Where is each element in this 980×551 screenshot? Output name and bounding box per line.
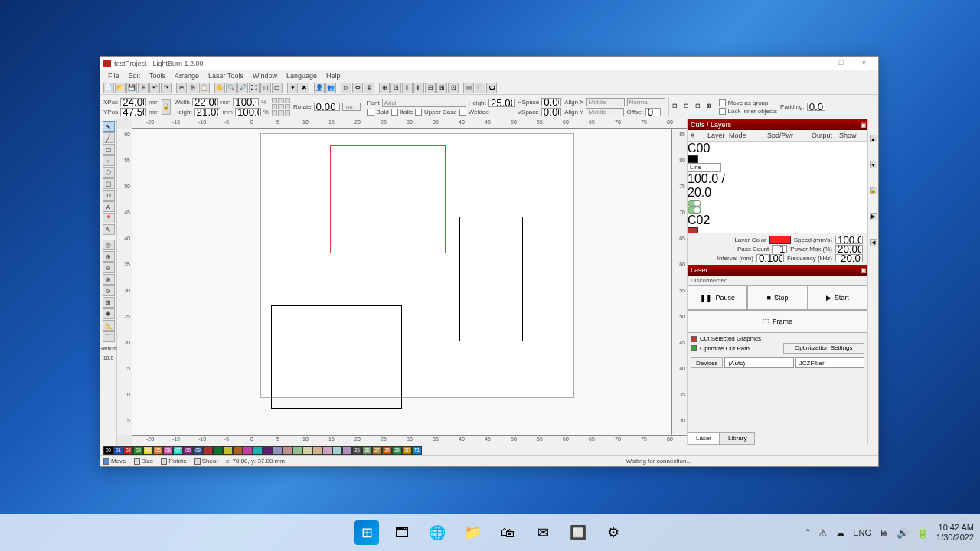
laser-min-button[interactable]: ▣ — [860, 267, 867, 274]
shear-mode-checkbox[interactable] — [194, 458, 201, 465]
tray-language[interactable]: ENG — [853, 528, 871, 537]
align-c[interactable]: ⫴ — [402, 83, 413, 93]
palette-color[interactable]: 29 — [392, 446, 402, 455]
mail-icon[interactable]: ✉ — [531, 520, 555, 545]
pause-button[interactable]: ❚❚Pause — [688, 285, 747, 310]
palette-color[interactable]: 03 — [133, 446, 143, 455]
bold-checkbox[interactable] — [368, 109, 374, 116]
tray-cloud-icon[interactable]: ☁ — [835, 527, 845, 539]
font-h-input[interactable] — [488, 99, 514, 107]
palette-color[interactable] — [273, 446, 283, 455]
palette-color[interactable]: 00 — [103, 446, 113, 455]
output-toggle[interactable] — [688, 200, 701, 207]
open-button[interactable]: 📂 — [115, 83, 126, 93]
aligny-select[interactable]: Middle — [586, 108, 624, 116]
zoomin-button[interactable]: 🔍 — [226, 83, 237, 93]
align-g[interactable]: ⊡ — [448, 83, 459, 93]
alignx-select[interactable]: Middle — [586, 98, 625, 106]
palette-color[interactable]: 27 — [372, 446, 382, 455]
opt-settings-button[interactable]: Optimization Settings — [783, 343, 865, 354]
hspace-input[interactable] — [541, 98, 561, 106]
menu-tools[interactable]: Tools — [145, 72, 170, 80]
tray-chevron-icon[interactable]: ˄ — [805, 527, 811, 539]
cut-sel-checkbox[interactable] — [691, 336, 697, 342]
palette-color[interactable]: 26 — [362, 446, 372, 455]
palette-color[interactable] — [283, 446, 292, 455]
offset-tool[interactable]: ◎ — [103, 240, 115, 250]
zoomout-button[interactable]: 🔎 — [237, 83, 248, 93]
dist-d-icon[interactable]: ⊠ — [707, 103, 716, 112]
tool-i[interactable]: ⬚ — [475, 83, 485, 93]
start-button[interactable]: ⊞ — [354, 520, 379, 545]
speed-input[interactable] — [835, 236, 863, 244]
tool-e[interactable]: ▷ — [341, 83, 351, 93]
start-button[interactable]: ▶Start — [808, 285, 867, 310]
minimize-button[interactable]: — — [806, 60, 829, 67]
vspace-input[interactable] — [541, 108, 561, 116]
close-button[interactable]: ✕ — [852, 60, 875, 67]
bool-a-tool[interactable]: ⊖ — [103, 262, 115, 273]
layercolor-swatch[interactable] — [769, 236, 791, 244]
palette-color[interactable] — [342, 446, 352, 455]
palette-color[interactable] — [243, 446, 253, 455]
tool-h[interactable]: ◎ — [463, 83, 474, 93]
tab-tool[interactable]: ⊓ — [103, 190, 115, 201]
menu-laser-tools[interactable]: Laser Tools — [204, 72, 248, 80]
align-d[interactable]: ⫼ — [413, 83, 424, 93]
size-mode-checkbox[interactable] — [134, 458, 140, 465]
palette-color[interactable]: 25 — [352, 446, 362, 455]
lock-aspect-icon[interactable]: 🔒 — [162, 99, 171, 115]
palette-color[interactable] — [292, 446, 302, 455]
palette-color[interactable]: T1 — [412, 446, 422, 455]
delete-button[interactable]: ✂ — [176, 83, 187, 93]
explorer-icon[interactable]: 📁 — [460, 520, 485, 545]
tool-j[interactable]: ⏻ — [486, 83, 497, 93]
palette-color[interactable] — [263, 446, 273, 455]
rotate-input[interactable] — [314, 103, 340, 111]
palette-color[interactable]: 30 — [402, 446, 412, 455]
cuts-min-button[interactable]: ▣ — [860, 122, 867, 129]
freq-input[interactable] — [835, 254, 863, 262]
palette-color[interactable] — [302, 446, 312, 455]
width-pct-input[interactable] — [233, 98, 259, 106]
pass-input[interactable] — [772, 245, 787, 253]
align-a[interactable]: ⊕ — [379, 83, 390, 93]
palette-color[interactable] — [332, 446, 342, 455]
text-tool[interactable]: A — [103, 201, 115, 212]
palette-color[interactable]: 02 — [123, 446, 133, 455]
roundrect-tool[interactable]: ▢ — [103, 178, 115, 189]
copy-button[interactable]: ⎘ — [188, 83, 198, 93]
paste-button[interactable]: 📋 — [199, 83, 210, 93]
bool-b-tool[interactable]: ⊗ — [103, 274, 115, 285]
tray-volume-icon[interactable]: 🔊 — [897, 527, 909, 539]
save-button[interactable]: 💾 — [126, 83, 137, 93]
power-input[interactable] — [835, 245, 863, 253]
palette-color[interactable]: 08 — [183, 446, 193, 455]
align-f[interactable]: ⊞ — [436, 83, 447, 93]
radial-tool[interactable]: ✺ — [103, 308, 115, 319]
panel-up-icon[interactable]: ▲ — [870, 135, 877, 142]
redo-button[interactable]: ↷ — [161, 83, 172, 93]
weld-tool[interactable]: ⊕ — [103, 251, 115, 262]
palette-color[interactable]: 28 — [382, 446, 392, 455]
rect-tool[interactable]: ▭ — [103, 144, 115, 155]
edit-tool[interactable]: ✎ — [103, 224, 115, 235]
tool-a[interactable]: ✦ — [287, 83, 298, 93]
tab-library[interactable]: Library — [720, 432, 755, 445]
rotate-mode-checkbox[interactable] — [161, 458, 167, 465]
lock-inner-checkbox[interactable] — [719, 108, 726, 115]
offset-input[interactable] — [645, 108, 661, 116]
tool-b[interactable]: ✖ — [299, 83, 309, 93]
select-tool[interactable]: ⬉ — [103, 121, 115, 132]
bool-c-tool[interactable]: ⊘ — [103, 285, 115, 296]
width-input[interactable] — [192, 98, 218, 106]
menu-help[interactable]: Help — [322, 72, 345, 80]
bridge-tool[interactable]: ⌒ — [103, 331, 115, 342]
zoomsel-button[interactable]: ◻ — [260, 83, 271, 93]
palette-color[interactable] — [253, 446, 263, 455]
cuts-row[interactable]: C02 Fill 100.0 / 20.0 — [688, 214, 867, 233]
interval-input[interactable] — [756, 254, 784, 262]
canvas[interactable] — [132, 129, 687, 435]
tool-d[interactable]: 👥 — [325, 83, 336, 93]
shape-black-rect-1[interactable] — [459, 217, 523, 341]
